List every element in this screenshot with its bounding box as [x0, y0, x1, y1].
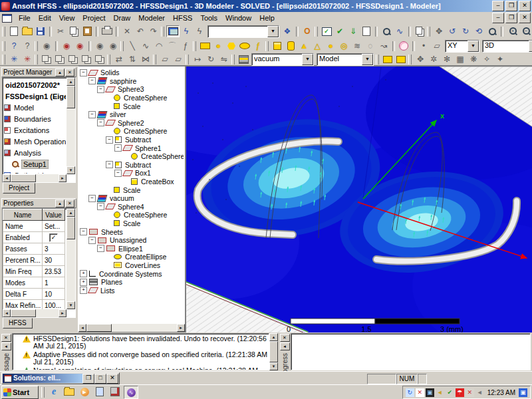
message-close-button[interactable]: ✕	[1, 334, 11, 342]
mirror-button[interactable]: ⇋	[217, 53, 231, 65]
material-stack-button[interactable]	[237, 53, 250, 65]
open-button[interactable]	[21, 25, 34, 37]
duplicate-along-line-button[interactable]: ⇄	[112, 53, 126, 65]
property-value[interactable]: ✓	[43, 232, 65, 243]
scroll-right-icon[interactable]: ►	[59, 309, 66, 317]
hide-object-button[interactable]: ◉	[40, 40, 53, 52]
progress-collapse-button[interactable]: ◂	[280, 342, 290, 350]
enabled-checkbox[interactable]: ✓	[49, 233, 58, 242]
solutions-maximize-button[interactable]: □	[94, 374, 106, 384]
model-tree-item-createbox[interactable]: CreateBox	[80, 178, 184, 186]
scroll-left-icon[interactable]: ◄	[78, 324, 86, 332]
split-button[interactable]	[80, 53, 93, 65]
scroll-right-icon[interactable]: ►	[177, 324, 185, 332]
undo-button[interactable]: ↶	[134, 25, 147, 37]
scroll-down-icon[interactable]: ▼	[269, 362, 278, 370]
scroll-left-icon[interactable]: ◄	[3, 309, 11, 317]
save-button[interactable]	[34, 25, 47, 37]
draw-cylinder-button[interactable]	[284, 40, 297, 52]
tree-expander-icon[interactable]: −	[80, 228, 87, 235]
project-tree-item-mesh-operations[interactable]: Mesh Operations	[4, 136, 66, 147]
model-tree-item-createsphere[interactable]: CreateSphere	[80, 127, 184, 136]
model-tree-item-subtract[interactable]: −Subtract	[80, 161, 184, 170]
project-tree-item-excitations[interactable]: Excitations	[4, 124, 66, 136]
copy-button[interactable]	[67, 25, 80, 37]
project-tree-item-model[interactable]: Model	[4, 102, 66, 113]
create-region-button[interactable]	[394, 53, 408, 65]
sweep-around-axis-button[interactable]: ▱	[172, 53, 185, 65]
model-tree-item-coverlines[interactable]: CoverLines	[80, 261, 184, 270]
solutions-minimized-window[interactable]: Solutions: ell... ❒ □ ✕	[1, 372, 120, 384]
tree-expander-icon[interactable]: +	[80, 279, 87, 286]
paste-button[interactable]	[80, 25, 94, 37]
rotate-current-axis-button[interactable]: ↻	[459, 25, 472, 37]
submit-job-button[interactable]: ϟ	[193, 25, 206, 37]
draw-plane-button[interactable]: ▱	[430, 40, 444, 52]
draw-spline-button[interactable]: ∿	[139, 40, 152, 52]
seed-mesh-button[interactable]: ▦	[454, 53, 467, 65]
boundary-display-button[interactable]: ✥	[414, 53, 427, 65]
menu-item-draw[interactable]: Draw	[110, 13, 135, 23]
child-minimize-button[interactable]: –	[492, 13, 504, 23]
property-row[interactable]: Modes1	[3, 277, 65, 289]
network-display-icon[interactable]: ▣	[519, 388, 527, 397]
scrollbar-thumb[interactable]	[269, 341, 278, 362]
model-tree-item-sphere3[interactable]: −Sphere3	[80, 85, 184, 94]
show-selection-button[interactable]: ◉	[60, 40, 73, 52]
help-button[interactable]: ?	[7, 40, 21, 52]
create-report-button[interactable]: ∿	[393, 25, 406, 37]
project-tree-vscrollbar[interactable]: ▲ ▼	[66, 78, 75, 174]
draw-box-button[interactable]	[271, 40, 284, 52]
tree-expander-icon[interactable]: −	[106, 161, 113, 168]
model-tree-item-lists[interactable]: +Lists	[80, 286, 184, 295]
tree-expander-icon[interactable]: −	[114, 144, 122, 152]
restore-button[interactable]: ❒	[505, 1, 517, 11]
project-tree-item-boundaries[interactable]: Boundaries	[4, 113, 66, 124]
rotate-model-center-button[interactable]: ↺	[446, 25, 459, 37]
project-tree-item-fssdesign1-eige[interactable]: FSSDesign1 (Eige	[4, 90, 66, 102]
display-settings-icon[interactable]: ▣	[426, 388, 434, 397]
property-row[interactable]: Enabled✓	[3, 232, 65, 243]
model-tree-item-silver[interactable]: −silver	[80, 110, 184, 119]
model-healing-button[interactable]: ✦	[493, 53, 507, 65]
draw-helix-button[interactable]: ≋	[350, 40, 364, 52]
model-tree-item-createsphere[interactable]: CreateSphere	[80, 152, 184, 161]
toolbar-grip[interactable]	[231, 55, 235, 65]
surface-approx-button[interactable]: ❋	[467, 53, 480, 65]
child-window-icon[interactable]	[2, 14, 12, 23]
offline-files-icon[interactable]: ✕	[416, 388, 424, 397]
scrollbar-thumb[interactable]	[11, 309, 36, 317]
draw-spiral-button[interactable]: ◌	[364, 40, 377, 52]
ansoft-designer-button[interactable]	[108, 386, 122, 398]
solutions-close-button[interactable]: ✕	[106, 374, 118, 384]
model-tree-item-sapphire[interactable]: −sapphire	[80, 77, 184, 86]
scroll-down-icon[interactable]: ▼	[66, 301, 75, 309]
volume-secondary-icon[interactable]: ◄	[475, 388, 484, 397]
solutions-restore-button[interactable]: ❒	[82, 374, 94, 384]
context-help-button[interactable]: ?	[21, 40, 34, 52]
toolbar-grip[interactable]	[265, 41, 269, 51]
material-select-combo[interactable]: vacuum▼	[251, 53, 314, 66]
tree-expander-icon[interactable]: −	[97, 86, 104, 93]
project-tree-item-oid2015072002-[interactable]: oid2015072002*	[4, 79, 66, 90]
tree-expander-icon[interactable]: −	[106, 136, 113, 144]
toolbar-grip[interactable]	[408, 55, 412, 65]
variables-button[interactable]: ❖	[281, 25, 294, 37]
draw-dodecahedron-button[interactable]	[397, 40, 410, 52]
solution-select-combo[interactable]: ▼	[207, 25, 279, 38]
fit-selection-button[interactable]: ✳	[21, 53, 34, 65]
model-tree-item-subtract[interactable]: −Subtract	[80, 136, 184, 144]
tree-expander-icon[interactable]: −	[88, 77, 96, 84]
volume-icon[interactable]: ◄	[436, 388, 444, 397]
toolbar-grip[interactable]	[107, 55, 110, 65]
model-tree-item-scale[interactable]: Scale	[80, 219, 184, 228]
rotate-button[interactable]: ↻	[204, 53, 217, 65]
subtract-button[interactable]	[53, 53, 66, 65]
show-all-button[interactable]: ◉	[93, 40, 106, 52]
model-tree-item-scale[interactable]: Scale	[80, 102, 184, 110]
menu-item-tools[interactable]: Tools	[196, 13, 221, 23]
tree-expander-icon[interactable]: −	[114, 170, 122, 177]
progress-close-button[interactable]: ✕	[280, 334, 290, 342]
toolbar-grip[interactable]	[161, 27, 164, 37]
solve-setup-button[interactable]: ϟ	[180, 25, 193, 37]
